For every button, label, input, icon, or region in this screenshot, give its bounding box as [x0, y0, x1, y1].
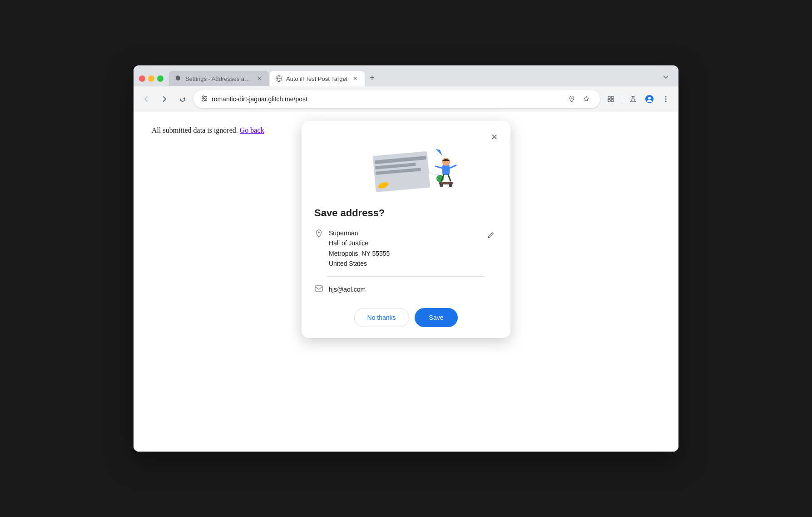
forward-button[interactable]: [157, 92, 172, 106]
close-traffic-light[interactable]: [139, 75, 145, 82]
svg-rect-13: [611, 99, 614, 102]
globe-icon: [275, 75, 282, 82]
svg-point-16: [648, 97, 651, 99]
tab-dropdown-button[interactable]: [659, 70, 673, 85]
more-vert-icon: [662, 95, 670, 103]
page-content: All submitted data is ignored. Go back. …: [134, 112, 678, 452]
address-bar[interactable]: romantic-dirt-jaguar.glitch.me/post: [193, 90, 600, 108]
dialog-body: Save address? Superman Hall of Justice: [302, 204, 510, 277]
save-button[interactable]: Save: [415, 308, 458, 327]
svg-marker-24: [436, 149, 442, 156]
address-content: Superman Hall of Justice Metropolis, NY …: [329, 228, 478, 269]
autofill-tab-close[interactable]: ✕: [351, 75, 359, 83]
traffic-lights: [139, 75, 163, 86]
location-pin-icon: [568, 95, 575, 103]
toolbar: romantic-dirt-jaguar.glitch.me/post: [134, 86, 678, 112]
mail-icon: [314, 284, 323, 293]
browser-window: Settings - Addresses and mo ✕ Autofill T…: [134, 65, 678, 452]
forward-arrow-icon: [160, 95, 168, 103]
flask-icon: [629, 95, 637, 103]
save-address-dialog: ✕: [302, 121, 510, 338]
svg-point-9: [571, 98, 573, 99]
address-line2: Metropolis, NY 55555: [329, 249, 478, 258]
svg-line-30: [448, 175, 451, 181]
svg-rect-10: [608, 96, 610, 99]
autofill-tab-title: Autofill Test Post Target: [286, 75, 347, 82]
toolbar-right: [604, 92, 673, 106]
svg-point-36: [318, 232, 320, 234]
labs-icon-btn[interactable]: [626, 92, 640, 106]
dialog-close-button[interactable]: ✕: [487, 130, 501, 144]
reload-button[interactable]: [175, 92, 190, 106]
star-icon: [583, 95, 590, 103]
new-tab-button[interactable]: +: [366, 71, 378, 84]
svg-rect-12: [608, 99, 610, 102]
security-icon: [201, 95, 208, 104]
bookmark-star-icon-btn[interactable]: [580, 93, 593, 105]
save-address-illustration: [342, 135, 470, 199]
location-icon-btn[interactable]: [565, 93, 578, 105]
dialog-overlay: ✕: [134, 112, 678, 452]
tune-icon: [201, 95, 208, 102]
svg-point-34: [440, 184, 443, 187]
dialog-illustration: [302, 135, 510, 204]
pin-icon: [314, 229, 323, 238]
svg-point-7: [205, 98, 207, 99]
gear-icon: [174, 75, 182, 82]
reload-icon: [178, 95, 187, 103]
email-icon: [314, 284, 323, 295]
dialog-actions: No thanks Save: [302, 308, 510, 327]
puzzle-icon: [607, 95, 615, 103]
svg-point-17: [665, 96, 667, 98]
title-bar: Settings - Addresses and mo ✕ Autofill T…: [134, 65, 678, 86]
minimize-traffic-light[interactable]: [148, 75, 154, 82]
url-text: romantic-dirt-jaguar.glitch.me/post: [212, 95, 562, 103]
account-icon-btn[interactable]: [642, 92, 657, 106]
dialog-title: Save address?: [314, 207, 498, 219]
svg-point-28: [442, 158, 450, 166]
svg-point-18: [665, 99, 667, 100]
tabs-area: Settings - Addresses and mo ✕ Autofill T…: [169, 71, 657, 86]
settings-tab-close[interactable]: ✕: [255, 75, 263, 83]
address-line1: Hall of Justice: [329, 238, 478, 248]
tab-autofill[interactable]: Autofill Test Post Target ✕: [270, 71, 365, 86]
email-text: hjs@aol.com: [329, 286, 366, 293]
maximize-traffic-light[interactable]: [157, 75, 163, 82]
svg-point-6: [203, 95, 204, 97]
extensions-icon-btn[interactable]: [604, 92, 618, 106]
address-name: Superman: [329, 228, 478, 238]
pencil-icon: [486, 231, 495, 239]
svg-line-31: [436, 166, 442, 168]
tab-settings[interactable]: Settings - Addresses and mo ✕: [169, 71, 269, 86]
svg-rect-11: [611, 96, 614, 99]
svg-point-35: [449, 184, 452, 187]
dialog-header: ✕: [302, 121, 510, 144]
address-entry: Superman Hall of Justice Metropolis, NY …: [314, 228, 498, 269]
svg-line-32: [450, 165, 456, 168]
back-arrow-icon: [142, 95, 150, 103]
more-options-btn[interactable]: [659, 92, 673, 106]
address-bar-icons: [565, 93, 593, 105]
svg-rect-38: [315, 286, 322, 291]
svg-point-8: [203, 99, 204, 101]
svg-line-37: [492, 234, 493, 234]
dialog-divider: [327, 276, 485, 277]
address-country: United States: [329, 258, 478, 268]
svg-point-19: [665, 101, 667, 102]
account-circle-icon: [645, 94, 654, 104]
no-thanks-button[interactable]: No thanks: [354, 308, 409, 327]
toolbar-divider: [622, 94, 622, 104]
svg-rect-27: [442, 165, 450, 175]
back-button[interactable]: [139, 92, 153, 106]
edit-address-button[interactable]: [483, 228, 498, 243]
settings-tab-title: Settings - Addresses and mo: [185, 75, 252, 82]
email-entry: hjs@aol.com: [302, 284, 510, 295]
location-entry-icon: [314, 229, 323, 240]
chevron-down-icon: [662, 74, 669, 81]
